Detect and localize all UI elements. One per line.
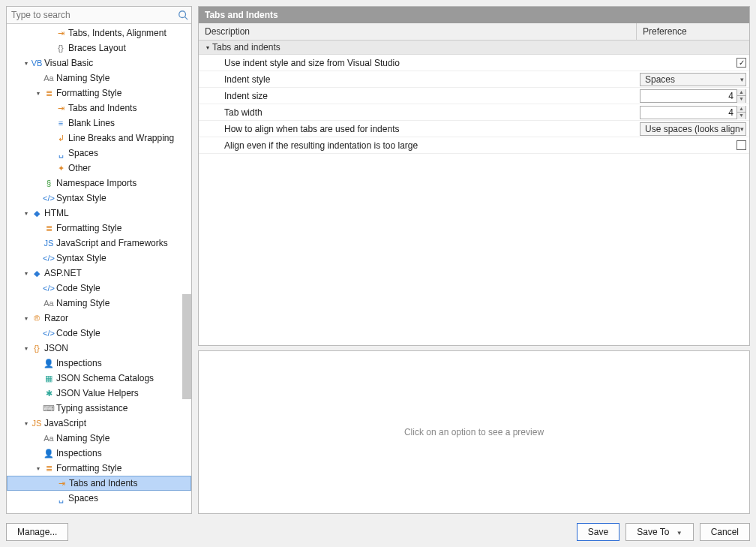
sidebar: ⇥Tabs, Indents, Alignment{}Braces Layout… xyxy=(6,6,192,514)
tree-item[interactable]: ≣Formatting Style xyxy=(7,86,191,101)
search-input[interactable] xyxy=(7,7,175,23)
tree-item-label: Inspections xyxy=(56,358,102,368)
tree-item[interactable]: ▦JSON Schema Catalogs xyxy=(7,371,191,386)
spinner-value: 4 xyxy=(640,107,736,118)
tree-scroll[interactable]: ⇥Tabs, Indents, Alignment{}Braces Layout… xyxy=(7,24,191,513)
checkbox-use-vs[interactable] xyxy=(736,58,746,68)
tree-item[interactable]: ␣Spaces xyxy=(7,491,191,506)
tree-item-label: Inspections xyxy=(56,448,102,458)
tree-item[interactable]: ⌨Typing assistance xyxy=(7,401,191,416)
col-description[interactable]: Description xyxy=(199,23,637,40)
naming-icon: Aa xyxy=(43,432,55,444)
tree-item-label: Formatting Style xyxy=(56,88,122,98)
spin-up-icon[interactable]: ▲ xyxy=(736,106,746,113)
other-icon: ✦ xyxy=(55,162,67,174)
tree-item[interactable]: {}Braces Layout xyxy=(7,41,191,56)
row-indent-style[interactable]: Indent style Spaces ▾ xyxy=(199,71,749,88)
tree-item-label: Other xyxy=(68,163,91,173)
save-to-button[interactable]: Save To ▼ xyxy=(626,523,693,541)
tree-toggle-icon[interactable] xyxy=(34,464,43,473)
format-icon: ≣ xyxy=(43,462,55,474)
preview-panel: Click on an option to see a preview xyxy=(198,350,750,514)
tree-item-label: Tabs, Indents, Alignment xyxy=(68,28,166,38)
tree-item[interactable]: ®Razor xyxy=(7,311,191,326)
tree-toggle-icon[interactable] xyxy=(22,419,31,428)
row-indent-size[interactable]: Indent size 4 ▲▼ xyxy=(199,88,749,104)
vb-icon: VB xyxy=(31,57,43,69)
tree-item-label: Namespace Imports xyxy=(56,178,136,188)
tree-item-label: Syntax Style xyxy=(56,253,106,263)
svg-point-0 xyxy=(179,11,186,18)
cancel-button[interactable]: Cancel xyxy=(700,523,750,541)
tree-item[interactable]: ⇥Tabs, Indents, Alignment xyxy=(7,26,191,41)
tree-toggle-icon[interactable] xyxy=(22,344,31,353)
tree-toggle-icon[interactable] xyxy=(22,209,31,218)
tree-item[interactable]: ⇥Tabs and Indents xyxy=(7,476,191,491)
tree-item[interactable]: </>Code Style xyxy=(7,326,191,341)
tree-toggle-icon[interactable] xyxy=(34,89,43,98)
row-use-vs[interactable]: Use indent style and size from Visual St… xyxy=(199,55,749,71)
tree-item[interactable]: ␣Spaces xyxy=(7,146,191,161)
save-button[interactable]: Save xyxy=(577,523,620,541)
tree-item[interactable]: JSJavaScript xyxy=(7,416,191,431)
spin-down-icon[interactable]: ▼ xyxy=(736,96,746,103)
tree-item[interactable]: </>Code Style xyxy=(7,281,191,296)
json-icon: {} xyxy=(31,342,43,354)
manage-button[interactable]: Manage... xyxy=(6,523,68,541)
tree-item[interactable]: ✦Other xyxy=(7,161,191,176)
chevron-down-icon: ▾ xyxy=(740,125,744,133)
tree-toggle-icon[interactable] xyxy=(22,314,31,323)
tree-item-label: Naming Style xyxy=(56,433,110,443)
spin-down-icon[interactable]: ▼ xyxy=(736,113,746,119)
search-icon[interactable] xyxy=(175,10,191,20)
tree-item[interactable]: {}JSON xyxy=(7,341,191,356)
tree-item[interactable]: ↲Line Breaks and Wrapping xyxy=(7,131,191,146)
spin-up-icon[interactable]: ▲ xyxy=(736,89,746,96)
tree-item[interactable]: ≣Formatting Style xyxy=(7,461,191,476)
spinner-value: 4 xyxy=(640,91,736,101)
row-desc: Indent size xyxy=(199,91,637,101)
tree-item[interactable]: ✱JSON Value Helpers xyxy=(7,386,191,401)
section-toggle-icon[interactable] xyxy=(203,44,212,52)
row-align-tabs[interactable]: How to align when tabs are used for inde… xyxy=(199,121,749,137)
tree-toggle-icon[interactable] xyxy=(22,269,31,278)
tree-item[interactable]: 👤Inspections xyxy=(7,356,191,371)
tree-item[interactable]: 👤Inspections xyxy=(7,446,191,461)
tree-item[interactable]: JSJavaScript and Frameworks xyxy=(7,236,191,251)
row-desc: Indent style xyxy=(199,74,637,85)
tree-item-label: Naming Style xyxy=(56,73,110,83)
preview-hint: Click on an option to see a preview xyxy=(404,427,544,437)
combo-align-tabs[interactable]: Use spaces (looks aligned ▾ xyxy=(640,122,746,136)
section-tabs-indents[interactable]: Tabs and indents xyxy=(199,41,749,55)
col-preference[interactable]: Preference xyxy=(637,23,749,40)
checkbox-align-large[interactable] xyxy=(736,140,746,150)
scrollbar-thumb[interactable] xyxy=(182,294,191,399)
row-desc: Use indent style and size from Visual St… xyxy=(199,58,637,68)
braces-icon: {} xyxy=(55,42,67,54)
tree-item[interactable]: </>Syntax Style xyxy=(7,191,191,206)
indent-icon: ⇥ xyxy=(56,477,68,489)
naming-icon: Aa xyxy=(43,297,55,309)
tree-item[interactable]: AaNaming Style xyxy=(7,71,191,86)
tree-item[interactable]: VBVisual Basic xyxy=(7,56,191,71)
tree-item[interactable]: ⇥Tabs and Indents xyxy=(7,101,191,116)
row-tab-width[interactable]: Tab width 4 ▲▼ xyxy=(199,104,749,121)
helpers-icon: ✱ xyxy=(43,387,55,399)
tree-item[interactable]: </>Syntax Style xyxy=(7,251,191,266)
indent-icon: ⇥ xyxy=(55,27,67,39)
tree-item[interactable]: ≣Formatting Style xyxy=(7,221,191,236)
combo-indent-style[interactable]: Spaces ▾ xyxy=(640,73,746,86)
format-icon: ≣ xyxy=(43,222,55,234)
tree-item[interactable]: ≡Blank Lines xyxy=(7,116,191,131)
spinner-indent-size[interactable]: 4 ▲▼ xyxy=(640,89,746,103)
row-align-large[interactable]: Align even if the resulting indentation … xyxy=(199,137,749,154)
tree-toggle-icon[interactable] xyxy=(22,59,31,68)
tree-item[interactable]: AaNaming Style xyxy=(7,431,191,446)
spinner-tab-width[interactable]: 4 ▲▼ xyxy=(640,106,746,119)
tree-item[interactable]: AaNaming Style xyxy=(7,296,191,311)
tree-item[interactable]: ◆HTML xyxy=(7,206,191,221)
tree-item[interactable]: ◆ASP.NET xyxy=(7,266,191,281)
tree-item[interactable]: §Namespace Imports xyxy=(7,176,191,191)
tree-item-label: Tabs and Indents xyxy=(68,103,136,113)
tree-item-label: Tabs and Indents xyxy=(69,478,137,488)
